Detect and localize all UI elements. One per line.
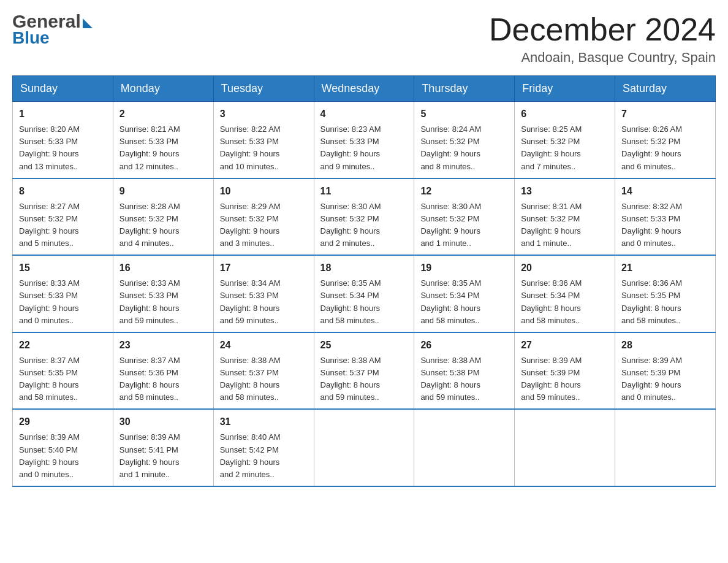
month-title: December 2024 bbox=[489, 12, 716, 47]
day-number: 20 bbox=[521, 261, 609, 275]
day-info: Sunrise: 8:32 AMSunset: 5:33 PMDaylight:… bbox=[621, 202, 682, 248]
calendar-cell: 18Sunrise: 8:35 AMSunset: 5:34 PMDayligh… bbox=[314, 255, 414, 332]
day-number: 24 bbox=[220, 338, 308, 353]
calendar-cell: 26Sunrise: 8:38 AMSunset: 5:38 PMDayligh… bbox=[414, 332, 515, 410]
day-number: 23 bbox=[119, 338, 207, 353]
day-number: 27 bbox=[521, 338, 609, 353]
weekday-header-sunday: Sunday bbox=[13, 76, 113, 102]
calendar-cell: 14Sunrise: 8:32 AMSunset: 5:33 PMDayligh… bbox=[615, 178, 716, 256]
week-row-3: 15Sunrise: 8:33 AMSunset: 5:33 PMDayligh… bbox=[13, 255, 716, 332]
day-info: Sunrise: 8:33 AMSunset: 5:33 PMDaylight:… bbox=[19, 278, 80, 324]
day-info: Sunrise: 8:39 AMSunset: 5:39 PMDaylight:… bbox=[621, 356, 682, 402]
day-info: Sunrise: 8:37 AMSunset: 5:35 PMDaylight:… bbox=[19, 356, 80, 402]
location-subtitle: Andoain, Basque Country, Spain bbox=[489, 50, 716, 66]
logo-blue-text: Blue bbox=[12, 29, 50, 47]
day-info: Sunrise: 8:40 AMSunset: 5:42 PMDaylight:… bbox=[220, 432, 281, 478]
calendar-cell: 30Sunrise: 8:39 AMSunset: 5:41 PMDayligh… bbox=[113, 409, 213, 486]
day-number: 17 bbox=[220, 261, 308, 275]
day-number: 5 bbox=[420, 107, 508, 121]
logo-arrow-icon bbox=[83, 18, 93, 28]
calendar-cell: 6Sunrise: 8:25 AMSunset: 5:32 PMDaylight… bbox=[515, 102, 615, 178]
calendar-cell bbox=[615, 409, 716, 486]
logo: General Blue bbox=[12, 12, 93, 47]
calendar-cell: 24Sunrise: 8:38 AMSunset: 5:37 PMDayligh… bbox=[213, 332, 314, 410]
calendar-cell: 1Sunrise: 8:20 AMSunset: 5:33 PMDaylight… bbox=[13, 102, 113, 178]
day-info: Sunrise: 8:39 AMSunset: 5:40 PMDaylight:… bbox=[19, 432, 80, 478]
day-number: 10 bbox=[220, 184, 308, 199]
day-number: 11 bbox=[320, 184, 408, 199]
weekday-header-thursday: Thursday bbox=[414, 76, 515, 102]
day-info: Sunrise: 8:30 AMSunset: 5:32 PMDaylight:… bbox=[320, 202, 381, 248]
day-number: 26 bbox=[420, 338, 508, 353]
calendar-cell: 20Sunrise: 8:36 AMSunset: 5:34 PMDayligh… bbox=[515, 255, 615, 332]
day-info: Sunrise: 8:34 AMSunset: 5:33 PMDaylight:… bbox=[220, 278, 281, 324]
day-number: 2 bbox=[119, 107, 207, 121]
calendar-cell: 25Sunrise: 8:38 AMSunset: 5:37 PMDayligh… bbox=[314, 332, 414, 410]
calendar-cell: 29Sunrise: 8:39 AMSunset: 5:40 PMDayligh… bbox=[13, 409, 113, 486]
day-info: Sunrise: 8:38 AMSunset: 5:37 PMDaylight:… bbox=[320, 356, 381, 402]
calendar-table: SundayMondayTuesdayWednesdayThursdayFrid… bbox=[12, 75, 716, 487]
day-number: 9 bbox=[119, 184, 207, 199]
day-number: 16 bbox=[119, 261, 207, 275]
weekday-header-tuesday: Tuesday bbox=[213, 76, 314, 102]
day-info: Sunrise: 8:22 AMSunset: 5:33 PMDaylight:… bbox=[220, 124, 281, 170]
calendar-cell: 17Sunrise: 8:34 AMSunset: 5:33 PMDayligh… bbox=[213, 255, 314, 332]
calendar-cell: 16Sunrise: 8:33 AMSunset: 5:33 PMDayligh… bbox=[113, 255, 213, 332]
day-number: 29 bbox=[19, 415, 107, 429]
day-info: Sunrise: 8:21 AMSunset: 5:33 PMDaylight:… bbox=[119, 124, 180, 170]
calendar-cell: 23Sunrise: 8:37 AMSunset: 5:36 PMDayligh… bbox=[113, 332, 213, 410]
day-info: Sunrise: 8:25 AMSunset: 5:32 PMDaylight:… bbox=[521, 124, 582, 170]
day-info: Sunrise: 8:23 AMSunset: 5:33 PMDaylight:… bbox=[320, 124, 381, 170]
day-info: Sunrise: 8:36 AMSunset: 5:35 PMDaylight:… bbox=[621, 278, 682, 324]
calendar-cell: 13Sunrise: 8:31 AMSunset: 5:32 PMDayligh… bbox=[515, 178, 615, 256]
calendar-cell: 7Sunrise: 8:26 AMSunset: 5:32 PMDaylight… bbox=[615, 102, 716, 178]
day-number: 13 bbox=[521, 184, 609, 199]
day-number: 30 bbox=[119, 415, 207, 429]
weekday-header-monday: Monday bbox=[113, 76, 213, 102]
calendar-cell: 22Sunrise: 8:37 AMSunset: 5:35 PMDayligh… bbox=[13, 332, 113, 410]
calendar-cell: 3Sunrise: 8:22 AMSunset: 5:33 PMDaylight… bbox=[213, 102, 314, 178]
calendar-cell bbox=[414, 409, 515, 486]
week-row-2: 8Sunrise: 8:27 AMSunset: 5:32 PMDaylight… bbox=[13, 178, 716, 256]
day-info: Sunrise: 8:26 AMSunset: 5:32 PMDaylight:… bbox=[621, 124, 682, 170]
calendar-cell: 2Sunrise: 8:21 AMSunset: 5:33 PMDaylight… bbox=[113, 102, 213, 178]
day-number: 19 bbox=[420, 261, 508, 275]
calendar-cell: 15Sunrise: 8:33 AMSunset: 5:33 PMDayligh… bbox=[13, 255, 113, 332]
day-number: 7 bbox=[621, 107, 709, 121]
day-info: Sunrise: 8:20 AMSunset: 5:33 PMDaylight:… bbox=[19, 124, 80, 170]
day-number: 12 bbox=[420, 184, 508, 199]
weekday-header-saturday: Saturday bbox=[615, 76, 716, 102]
calendar-cell: 12Sunrise: 8:30 AMSunset: 5:32 PMDayligh… bbox=[414, 178, 515, 256]
day-info: Sunrise: 8:27 AMSunset: 5:32 PMDaylight:… bbox=[19, 202, 80, 248]
day-info: Sunrise: 8:29 AMSunset: 5:32 PMDaylight:… bbox=[220, 202, 281, 248]
day-number: 6 bbox=[521, 107, 609, 121]
week-row-4: 22Sunrise: 8:37 AMSunset: 5:35 PMDayligh… bbox=[13, 332, 716, 410]
day-info: Sunrise: 8:36 AMSunset: 5:34 PMDaylight:… bbox=[521, 278, 582, 324]
day-info: Sunrise: 8:30 AMSunset: 5:32 PMDaylight:… bbox=[420, 202, 481, 248]
day-info: Sunrise: 8:39 AMSunset: 5:41 PMDaylight:… bbox=[119, 432, 180, 478]
week-row-5: 29Sunrise: 8:39 AMSunset: 5:40 PMDayligh… bbox=[13, 409, 716, 486]
calendar-cell: 21Sunrise: 8:36 AMSunset: 5:35 PMDayligh… bbox=[615, 255, 716, 332]
day-info: Sunrise: 8:38 AMSunset: 5:37 PMDaylight:… bbox=[220, 356, 281, 402]
day-info: Sunrise: 8:31 AMSunset: 5:32 PMDaylight:… bbox=[521, 202, 582, 248]
day-number: 14 bbox=[621, 184, 709, 199]
calendar-cell bbox=[515, 409, 615, 486]
calendar-cell: 5Sunrise: 8:24 AMSunset: 5:32 PMDaylight… bbox=[414, 102, 515, 178]
day-info: Sunrise: 8:35 AMSunset: 5:34 PMDaylight:… bbox=[320, 278, 381, 324]
day-number: 8 bbox=[19, 184, 107, 199]
title-block: December 2024 Andoain, Basque Country, S… bbox=[489, 12, 716, 66]
day-number: 31 bbox=[220, 415, 308, 429]
day-info: Sunrise: 8:24 AMSunset: 5:32 PMDaylight:… bbox=[420, 124, 481, 170]
day-number: 15 bbox=[19, 261, 107, 275]
calendar-cell: 11Sunrise: 8:30 AMSunset: 5:32 PMDayligh… bbox=[314, 178, 414, 256]
day-info: Sunrise: 8:37 AMSunset: 5:36 PMDaylight:… bbox=[119, 356, 180, 402]
day-number: 4 bbox=[320, 107, 408, 121]
page-header: General Blue December 2024 Andoain, Basq… bbox=[12, 12, 716, 66]
weekday-header-wednesday: Wednesday bbox=[314, 76, 414, 102]
day-info: Sunrise: 8:33 AMSunset: 5:33 PMDaylight:… bbox=[119, 278, 180, 324]
calendar-cell: 9Sunrise: 8:28 AMSunset: 5:32 PMDaylight… bbox=[113, 178, 213, 256]
day-number: 3 bbox=[220, 107, 308, 121]
calendar-cell: 27Sunrise: 8:39 AMSunset: 5:39 PMDayligh… bbox=[515, 332, 615, 410]
day-info: Sunrise: 8:38 AMSunset: 5:38 PMDaylight:… bbox=[420, 356, 481, 402]
calendar-cell bbox=[314, 409, 414, 486]
